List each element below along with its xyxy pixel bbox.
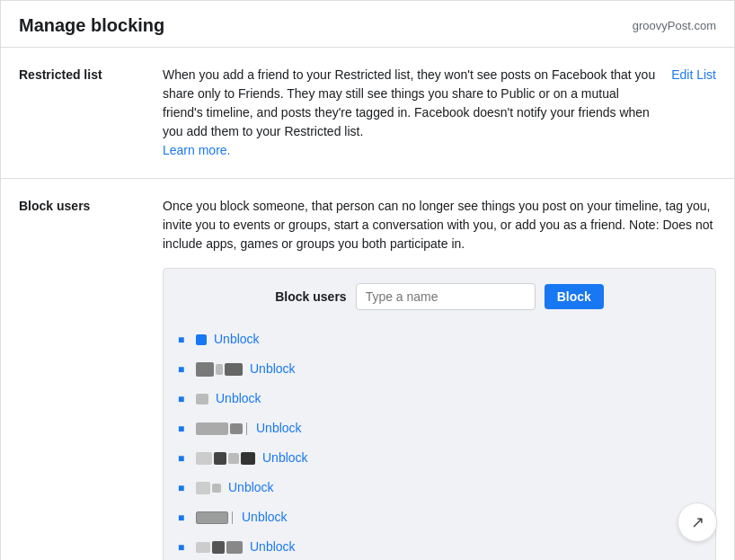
bullet-icon: ■ xyxy=(178,480,189,496)
unblock-link[interactable]: Unblock xyxy=(214,330,260,349)
block-input-row: Block users Block xyxy=(178,283,701,310)
block-name-input[interactable] xyxy=(356,283,536,310)
list-item: ■ Unblock xyxy=(178,532,701,560)
list-item: ■ Unblock xyxy=(178,443,701,473)
block-input-label: Block users xyxy=(275,288,346,307)
avatar xyxy=(196,334,207,345)
restricted-header: When you add a friend to your Restricted… xyxy=(163,66,716,160)
bullet-icon: ■ xyxy=(178,510,189,526)
avatar xyxy=(196,394,208,404)
avatar xyxy=(196,482,221,494)
bullet-icon: ■ xyxy=(178,421,189,437)
avatar xyxy=(196,362,243,377)
unblock-link[interactable]: Unblock xyxy=(250,538,296,556)
brand-label: groovyPost.com xyxy=(633,19,716,32)
block-button[interactable]: Block xyxy=(545,284,604,309)
restricted-list-label: Restricted list xyxy=(19,66,163,160)
restricted-list-content: When you add a friend to your Restricted… xyxy=(163,66,716,160)
list-item: ■ Unblock xyxy=(178,324,701,354)
unblock-link[interactable]: Unblock xyxy=(262,449,308,467)
block-users-label: Block users xyxy=(19,197,163,560)
avatar xyxy=(196,422,249,435)
block-users-section: Block users Once you block someone, that… xyxy=(1,179,734,560)
unblock-link[interactable]: Unblock xyxy=(250,360,296,378)
page-header: Manage blocking groovyPost.com xyxy=(1,1,734,47)
page-container: Manage blocking groovyPost.com Restricte… xyxy=(0,0,735,560)
list-item: ■ Unblock xyxy=(178,384,701,413)
avatar xyxy=(196,511,235,524)
edit-list-link[interactable]: Edit List xyxy=(671,66,716,84)
bullet-icon: ■ xyxy=(178,539,189,556)
blocked-list: ■ Unblock ■ Unbloc xyxy=(178,324,701,560)
learn-more-link[interactable]: Learn more. xyxy=(163,143,230,157)
bullet-icon: ■ xyxy=(178,391,189,407)
block-users-box: Block users Block ■ Unblock xyxy=(163,268,716,560)
unblock-link[interactable]: Unblock xyxy=(216,389,261,408)
list-item: ■ Unblock xyxy=(178,473,701,502)
edit-icon: ↗︎ xyxy=(691,512,704,532)
unblock-link[interactable]: Unblock xyxy=(228,478,274,497)
block-users-description: Once you block someone, that person can … xyxy=(163,197,716,253)
page-title: Manage blocking xyxy=(19,15,164,36)
fab-button[interactable]: ↗︎ xyxy=(677,502,717,542)
list-item: ■ Unblock xyxy=(178,354,701,384)
unblock-link[interactable]: Unblock xyxy=(256,419,302,438)
avatar xyxy=(196,541,243,554)
restricted-list-section: Restricted list When you add a friend to… xyxy=(1,48,734,179)
bullet-icon: ■ xyxy=(178,450,189,467)
unblock-link[interactable]: Unblock xyxy=(242,508,288,527)
restricted-description: When you add a friend to your Restricted… xyxy=(163,67,655,138)
bullet-icon: ■ xyxy=(178,332,189,348)
list-item: ■ Unblock xyxy=(178,502,701,532)
restricted-text: When you add a friend to your Restricted… xyxy=(163,66,657,160)
block-users-content: Once you block someone, that person can … xyxy=(163,197,716,560)
avatar xyxy=(196,452,255,465)
bullet-icon: ■ xyxy=(178,361,189,378)
list-item: ■ Unblock xyxy=(178,413,701,443)
